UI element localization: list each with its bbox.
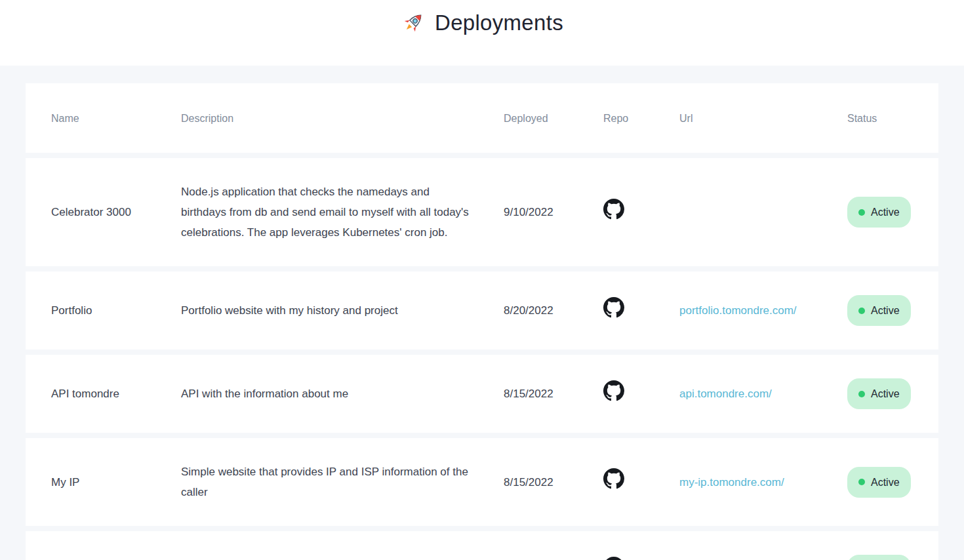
status-badge: Active <box>847 197 911 228</box>
github-icon[interactable] <box>603 297 624 318</box>
status-label: Active <box>871 300 900 321</box>
deployment-date: 9/10/2022 <box>504 202 603 222</box>
deployments-table: Name Description Deployed Repo Url Statu… <box>26 83 938 560</box>
deployment-date: 8/15/2022 <box>504 384 603 404</box>
deployment-name: API tomondre <box>51 384 136 404</box>
page-title-text: Deployments <box>435 10 563 35</box>
table-row: API tomondre API with the information ab… <box>26 355 938 433</box>
deployment-description: Simple website that provides IP and ISP … <box>181 462 470 502</box>
deployment-date: 8/20/2022 <box>504 300 603 321</box>
github-icon[interactable] <box>603 557 624 560</box>
github-icon[interactable] <box>603 468 624 489</box>
page-title: Deployments <box>401 10 563 35</box>
column-header-status: Status <box>847 108 938 129</box>
status-dot-icon <box>858 209 865 216</box>
status-dot-icon <box>858 479 865 485</box>
column-header-deployed: Deployed <box>504 108 603 129</box>
status-badge: Active <box>847 555 911 560</box>
table-row: Portfolio Portfolio website with my hist… <box>26 271 938 350</box>
status-label: Active <box>871 472 900 492</box>
table-header-row: Name Description Deployed Repo Url Statu… <box>26 83 938 153</box>
deployment-name: Portfolio <box>51 300 136 321</box>
table-row: Active <box>26 531 938 560</box>
deployment-url-link[interactable]: my-ip.tomondre.com/ <box>679 476 784 489</box>
status-label: Active <box>871 202 900 222</box>
github-icon[interactable] <box>603 380 624 401</box>
page-header: Deployments <box>0 0 964 66</box>
rocket-icon <box>401 10 426 35</box>
deployment-description: API with the information about me <box>181 384 470 404</box>
status-label: Active <box>871 384 900 404</box>
status-badge: Active <box>847 378 911 409</box>
table-row: Celebrator 3000 Node.js application that… <box>26 158 938 266</box>
column-header-url: Url <box>679 108 847 129</box>
deployment-url-link[interactable]: portfolio.tomondre.com/ <box>679 304 797 317</box>
github-icon[interactable] <box>603 199 624 220</box>
deployment-date: 8/15/2022 <box>504 472 603 492</box>
deployment-name: My IP <box>51 472 136 492</box>
column-header-description: Description <box>181 108 504 129</box>
deployment-description: Node.js application that checks the name… <box>181 182 470 243</box>
status-badge: Active <box>847 467 911 498</box>
deployment-description: Portfolio website with my history and pr… <box>181 300 470 321</box>
deployment-url-link[interactable]: api.tomondre.com/ <box>679 388 772 400</box>
status-dot-icon <box>858 391 865 397</box>
status-badge: Active <box>847 295 911 326</box>
table-row: My IP Simple website that provides IP an… <box>26 438 938 526</box>
status-dot-icon <box>858 308 865 314</box>
column-header-name: Name <box>51 108 181 129</box>
deployment-name: Celebrator 3000 <box>51 202 136 222</box>
column-header-repo: Repo <box>603 108 679 129</box>
